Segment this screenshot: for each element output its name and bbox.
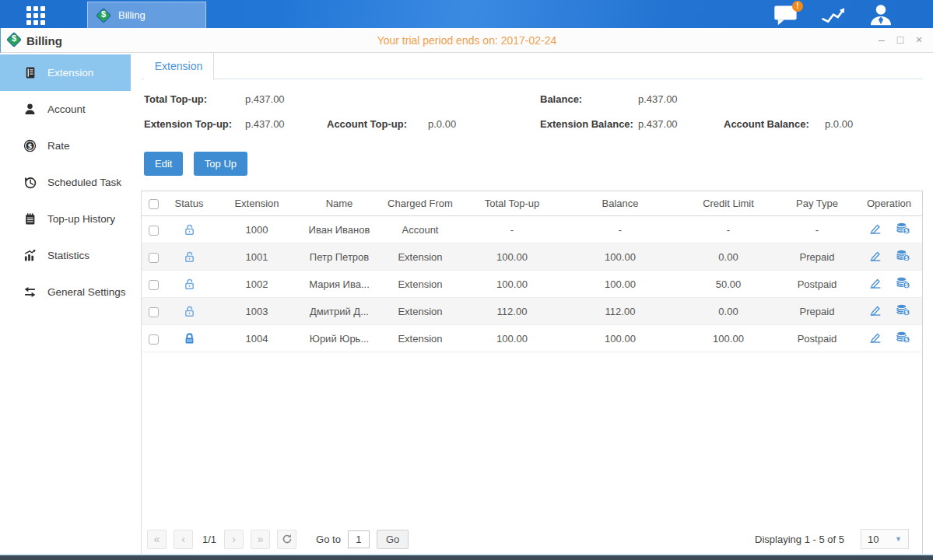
page-indicator: 1/1	[202, 534, 216, 545]
column-header[interactable]: Operation	[856, 191, 922, 216]
action-buttons: Edit Top Up	[144, 152, 254, 176]
total-topup-cell: -	[462, 216, 562, 243]
goto-page-input[interactable]	[348, 530, 370, 548]
edit-icon[interactable]	[868, 331, 883, 344]
extension-cell: 1001	[213, 243, 300, 271]
total-topup-cell: 100.00	[462, 243, 562, 271]
balance-cell: 100.00	[562, 271, 679, 298]
row-checkbox[interactable]	[149, 226, 159, 236]
refresh-button[interactable]	[277, 530, 296, 549]
topup-icon[interactable]: $	[896, 276, 910, 289]
go-button[interactable]: Go	[377, 530, 409, 549]
user-account-icon[interactable]	[868, 3, 894, 25]
trial-notice: Your trial period ends on: 2017-02-24	[377, 34, 557, 47]
messages-icon[interactable]: !	[773, 3, 799, 25]
topbar: $ Billing !	[0, 0, 933, 28]
column-header[interactable]: Name	[300, 191, 378, 216]
window-titlebar: $ Billing Your trial period ends on: 201…	[0, 28, 933, 53]
svg-text:$: $	[904, 228, 908, 234]
taskbar-tab-billing[interactable]: $ Billing	[87, 2, 206, 28]
credit-limit-cell: 0.00	[679, 298, 778, 325]
extension-grid: StatusExtensionNameCharged FromTotal Top…	[141, 191, 923, 554]
displaying-count: Displaying 1 - 5 of 5	[755, 534, 844, 545]
balance-cell: 100.00	[562, 325, 679, 352]
unlocked-icon	[183, 222, 196, 234]
edit-icon[interactable]	[868, 222, 883, 235]
double-chevron-left-icon: «	[154, 533, 160, 545]
table-row: 1004Юрий Юрь...Extension100.00100.00100.…	[142, 325, 922, 352]
column-header[interactable]: Status	[165, 191, 213, 216]
svg-text:$: $	[904, 337, 908, 343]
table-row: 1003Дмитрий Д...Extension112.00112.000.0…	[142, 298, 922, 325]
topup-icon[interactable]: $	[896, 249, 910, 262]
sidebar-item-label: Extension	[47, 67, 93, 79]
row-checkbox[interactable]	[149, 253, 159, 263]
total-topup-cell: 100.00	[462, 325, 562, 352]
apps-grid-icon[interactable]	[26, 6, 45, 25]
sidebar-item-extension[interactable]: Extension	[0, 54, 131, 91]
sidebar-item-label: Account	[47, 103, 86, 115]
refresh-icon	[282, 534, 293, 544]
taskbar-tab-label: Billing	[118, 9, 146, 21]
row-checkbox[interactable]	[149, 334, 159, 345]
account-topup-label: Account Top-up:	[327, 118, 407, 130]
charged-from-cell: Extension	[378, 271, 462, 298]
topup-icon[interactable]: $	[896, 222, 910, 235]
total-topup-cell: 112.00	[462, 298, 562, 325]
row-checkbox[interactable]	[149, 307, 159, 317]
page-size-select[interactable]: 10 ▼	[861, 529, 909, 549]
balance-cell: -	[562, 216, 679, 243]
topup-icon[interactable]: $	[896, 331, 910, 344]
balance-cell: 100.00	[562, 243, 679, 271]
prev-page-button[interactable]: ‹	[174, 530, 193, 549]
first-page-button[interactable]: «	[147, 530, 167, 549]
sidebar-item-general-settings[interactable]: General Settings	[0, 274, 131, 310]
sidebar-item-scheduled-task[interactable]: Scheduled Task	[0, 164, 131, 201]
pay-type-cell: Prepaid	[778, 298, 856, 325]
topup-button[interactable]: Top Up	[194, 152, 247, 176]
column-header[interactable]: Credit Limit	[679, 191, 778, 216]
billing-app-window: $ Billing ! $ Billing Your trial period …	[0, 0, 933, 560]
table-body: 1000Иван ИвановAccount----$1001Петр Петр…	[142, 216, 922, 352]
close-icon[interactable]: ×	[913, 33, 925, 47]
column-header[interactable]: Balance	[562, 191, 679, 216]
edit-button[interactable]: Edit	[144, 152, 183, 176]
edit-icon[interactable]	[868, 249, 883, 262]
billing-app-icon: $	[96, 8, 111, 23]
svg-text:$: $	[904, 310, 908, 316]
table-row: 1001Петр ПетровExtension100.00100.000.00…	[142, 243, 922, 271]
column-header[interactable]: Extension	[213, 191, 300, 216]
sidebar-item-statistics[interactable]: Statistics	[0, 237, 131, 274]
sidebar-item-label: General Settings	[47, 286, 126, 298]
double-chevron-right-icon: »	[258, 533, 264, 545]
credit-limit-cell: 50.00	[679, 271, 778, 298]
sidebar-item-label: Rate	[47, 140, 70, 152]
sidebar-item-topup-history[interactable]: Top-up History	[0, 201, 131, 237]
next-page-button[interactable]: ›	[224, 530, 244, 549]
select-all-checkbox[interactable]	[149, 199, 159, 209]
window-title: Billing	[26, 34, 62, 47]
sidebar-item-rate[interactable]: $Rate	[0, 128, 131, 164]
topup-icon[interactable]: $	[896, 303, 910, 317]
total-topup-value: p.437.00	[245, 93, 285, 105]
edit-icon[interactable]	[868, 303, 883, 317]
balance-summary: Total Top-up: p.437.00 Balance: p.437.00…	[141, 84, 923, 146]
row-checkbox[interactable]	[149, 280, 159, 290]
svg-text:$: $	[904, 255, 908, 261]
history-clock-icon	[23, 176, 37, 189]
minimize-icon[interactable]: –	[875, 33, 888, 47]
column-header[interactable]: Pay Type	[778, 191, 856, 216]
column-header[interactable]: Total Top-up	[462, 191, 562, 216]
reports-chart-icon[interactable]	[820, 3, 847, 25]
charged-from-cell: Account	[378, 216, 462, 243]
transfer-arrows-icon	[23, 285, 37, 299]
last-page-button[interactable]: »	[251, 530, 270, 549]
ledger-icon	[23, 66, 37, 79]
window-body: ExtensionAccount$RateScheduled TaskTop-u…	[0, 53, 933, 554]
column-header[interactable]: Charged From	[378, 191, 462, 216]
name-cell: Иван Иванов	[300, 216, 378, 243]
maximize-icon[interactable]: □	[894, 33, 907, 47]
tab-extension[interactable]: Extension	[144, 53, 214, 80]
sidebar-item-account[interactable]: Account	[0, 91, 131, 128]
edit-icon[interactable]	[868, 276, 883, 289]
